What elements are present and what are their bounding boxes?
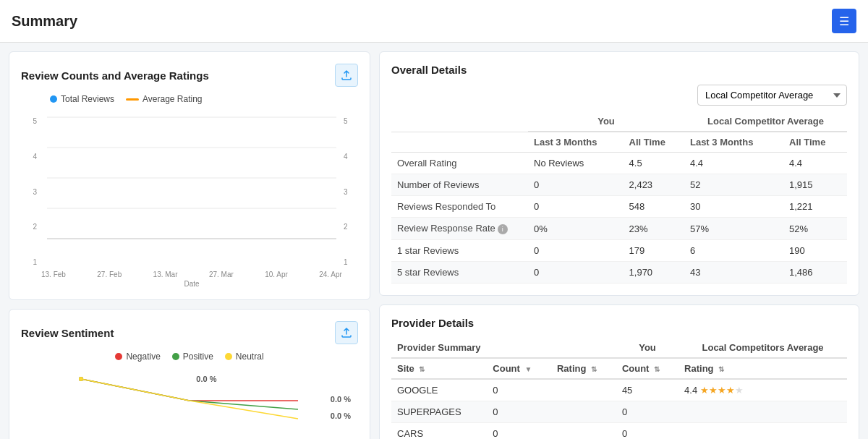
legend-average-rating: Average Rating: [126, 94, 203, 104]
negative-dot: [115, 353, 122, 360]
competitor-select[interactable]: Local Competitor Average National Compet…: [697, 85, 847, 106]
overall-row-label: 5 star Reviews: [391, 262, 528, 284]
overall-details-card: Overall Details Local Competitor Average…: [379, 51, 859, 296]
star-full: ★: [709, 385, 718, 396]
overall-row-cell: 1,486: [783, 262, 847, 284]
y-tick-3-left: 3: [33, 188, 37, 196]
overall-row-cell: 179: [624, 240, 684, 262]
provider-table-row: GOOGLE0454.4 ★★★★★: [391, 379, 847, 401]
sentiment-upload-icon: [341, 327, 352, 338]
page-header: Summary ☰: [0, 0, 868, 43]
neutral-dot: [225, 353, 232, 360]
y-tick-2-left: 2: [33, 223, 37, 231]
overall-row-cell: 4.4: [783, 153, 847, 174]
y-tick-3-right: 3: [344, 188, 348, 196]
provider-details-title: Provider Details: [391, 317, 847, 329]
overall-row-cell: 52: [684, 174, 783, 196]
provider-you-count: 0: [487, 379, 551, 401]
y-tick-4-right: 4: [344, 153, 348, 161]
provider-comp-rating: [678, 401, 847, 423]
provider-you-rating: [551, 423, 616, 440]
y-tick-1-left: 1: [33, 258, 37, 266]
overall-row-cell: 548: [624, 196, 684, 218]
site-col-header: Site ⇅: [391, 358, 487, 379]
site-sort-icon[interactable]: ⇅: [419, 365, 425, 373]
sentiment-chart-svg: [21, 365, 358, 437]
legend-negative: Negative: [115, 351, 160, 362]
overall-row-cell: 6: [684, 240, 783, 262]
overall-row-label: Review Response Ratei: [391, 218, 528, 240]
x-tick-13feb: 13. Feb: [41, 270, 66, 278]
positive-pct-label: 0.0 %: [331, 395, 351, 404]
x-axis-label: Date: [41, 280, 342, 288]
overall-table-row: Number of Reviews02,423521,915: [391, 174, 847, 196]
legend-total-reviews: Total Reviews: [50, 94, 114, 104]
overall-row-cell: 43: [684, 262, 783, 284]
x-tick-27feb: 27. Feb: [97, 270, 122, 278]
upload-icon: [341, 69, 352, 81]
you-rating-header: Rating ⇅: [551, 358, 616, 379]
rating-value: 4.4: [684, 385, 700, 396]
star-full: ★: [726, 385, 735, 396]
overall-details-table: You Local Competitor Average Last 3 Mont…: [391, 111, 847, 284]
x-tick-13mar: 13. Mar: [153, 270, 178, 278]
overall-row-cell: 23%: [624, 218, 684, 240]
provider-you-count: 0: [487, 423, 551, 440]
svg-point-8: [79, 377, 83, 381]
comp-count-header: Count ⇅: [616, 358, 678, 379]
provider-you-rating: [551, 379, 616, 401]
provider-you-count: 0: [487, 401, 551, 423]
star-empty: ★: [735, 385, 744, 396]
rating-sort-icon-you[interactable]: ⇅: [591, 365, 597, 373]
provider-details-card: Provider Details Provider Summary You Lo…: [379, 304, 859, 439]
count-sort-icon-you[interactable]: ▼: [525, 365, 532, 373]
header-menu-button[interactable]: ☰: [832, 9, 856, 33]
star-rating: ★★★★★: [700, 385, 744, 396]
comp-alltime-header: All Time: [783, 132, 847, 153]
y-tick-4-left: 4: [33, 153, 37, 161]
overall-row-cell: 0: [528, 174, 624, 196]
provider-details-table: Provider Summary You Local Competitors A…: [391, 338, 847, 439]
y-tick-1-right: 1: [344, 258, 348, 266]
provider-site: GOOGLE: [391, 379, 487, 401]
overall-row-cell: 30: [684, 196, 783, 218]
comp-last3-header: Last 3 Months: [684, 132, 783, 153]
legend-neutral: Neutral: [225, 351, 264, 362]
provider-site: CARS: [391, 423, 487, 440]
overall-row-label: Reviews Responded To: [391, 196, 528, 218]
overall-details-title: Overall Details: [391, 64, 847, 76]
you-alltime-header: All Time: [624, 132, 684, 153]
overall-row-cell: No Reviews: [528, 153, 624, 174]
overall-row-cell: 190: [783, 240, 847, 262]
overall-row-cell: 57%: [684, 218, 783, 240]
overall-table-row: Reviews Responded To0548301,221: [391, 196, 847, 218]
you-group-header: You: [528, 111, 684, 132]
x-tick-24apr: 24. Apr: [319, 270, 342, 278]
positive-dot: [172, 353, 179, 360]
overall-row-cell: 0: [528, 240, 624, 262]
info-icon[interactable]: i: [498, 224, 508, 234]
provider-comp-count: 45: [616, 379, 678, 401]
overall-table-row: Review Response Ratei0%23%57%52%: [391, 218, 847, 240]
overall-row-label: 1 star Reviews: [391, 240, 528, 262]
overall-table-row: Overall RatingNo Reviews4.54.44.4: [391, 153, 847, 174]
provider-you-rating: [551, 401, 616, 423]
overall-row-cell: 52%: [783, 218, 847, 240]
review-counts-upload-button[interactable]: [335, 64, 358, 87]
you-provider-header: You: [616, 338, 678, 358]
provider-comp-count: 0: [616, 423, 678, 440]
overall-row-cell: 0%: [528, 218, 624, 240]
provider-site: SUPERPAGES: [391, 401, 487, 423]
left-panel: Review Counts and Average Ratings Total …: [9, 51, 370, 439]
neutral-pct-label: 0.0 %: [331, 412, 351, 420]
y-tick-2-right: 2: [344, 223, 348, 231]
y-tick-5-right: 5: [344, 117, 348, 125]
count-sort-icon-comp[interactable]: ⇅: [654, 365, 660, 373]
overall-row-cell: 1,915: [783, 174, 847, 196]
provider-comp-rating: [678, 423, 847, 440]
sentiment-upload-button[interactable]: [335, 321, 358, 344]
review-counts-title: Review Counts and Average Ratings: [21, 69, 209, 82]
sentiment-legend: Negative Positive Neutral: [21, 351, 358, 362]
review-counts-card: Review Counts and Average Ratings Total …: [9, 51, 370, 300]
rating-sort-icon-comp[interactable]: ⇅: [718, 365, 724, 373]
